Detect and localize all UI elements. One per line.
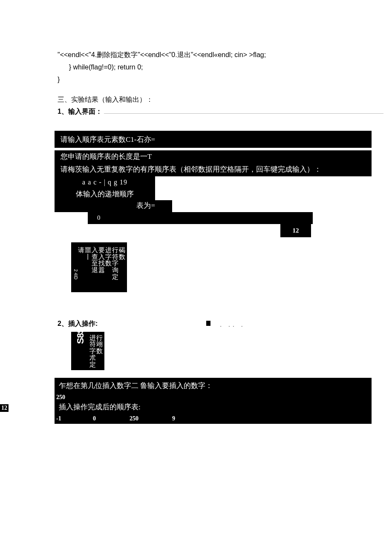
code-line: } while(flag!=0); return 0; [58, 61, 383, 74]
underline [104, 106, 383, 114]
result-cell: 250 [130, 414, 172, 423]
menu-col: 噩丨 [85, 247, 91, 260]
console-menu-block: 2 4ID 请 噩丨 入查至退 要入找囂 进字数 行符字询定 碣数 [71, 242, 127, 292]
code-line: } [58, 74, 383, 86]
console-line: 您申请的顺序表的长度是一T [55, 150, 372, 163]
menu-s8s: S8S [75, 334, 85, 344]
menu-col: 行符字询定 [112, 247, 118, 280]
margin-badge-12: 12 [0, 404, 9, 412]
menu-col: 行翊数 [96, 334, 103, 354]
section-3-sub2: 2、插入操作: [58, 319, 98, 328]
console-value-twelve: 12 [280, 224, 311, 237]
console-line: 乍想在第几位插入数字二 鲁输入要插入的数字： [55, 378, 372, 392]
section-3-sub1: 1、输入界面： [58, 107, 102, 116]
code-line: "<<endl<<"4.删除指定数字"<<endl<<"0.退出"<<endl«… [58, 49, 383, 61]
console-menu-block-2: S8S 进符字朮定 行翊数 [71, 332, 104, 371]
console-line: 体输入的递增顺序 [55, 189, 155, 200]
result-cell: 9 [172, 414, 198, 423]
menu-col: 要入找囂 [98, 247, 105, 273]
result-cell: -1 [56, 414, 93, 423]
menu-col: 请 [78, 247, 84, 260]
console-screenshot-1: 请输入顺序表元素数C1-石亦= 您申请的顺序表的长度是一T 请梅茨输入无重复教字… [9, 131, 383, 292]
console-value: 250 [55, 393, 372, 402]
result-cell: 0 [93, 414, 130, 423]
menu-col: 碣数 [119, 247, 125, 260]
menu-col: 入查至退 [92, 247, 98, 273]
console-line: 请梅茨输入无重复教字的有序顺序表（相邻数据用空格隔开，回车犍完成输入）： [55, 163, 372, 176]
console-line: 插入操作完成后的顺序表: [55, 402, 372, 414]
code-block: "<<endl<<"4.删除指定数字"<<endl<<"0.退出"<<endl«… [58, 49, 383, 86]
menu-col: 进字数 [105, 247, 112, 267]
section-3-title: 三、实验结果（输入和输出）： [58, 93, 383, 106]
decoration-dots: . .. . [206, 321, 245, 328]
menu-side-digits: 2 4ID [73, 269, 78, 280]
console-insert-block: 乍想在第几位插入数字二 鲁输入要插入的数字： 250 插入操作完成后的顺序表: … [9, 378, 383, 424]
console-line: 请输入顺序表元素数C1-石亦= [55, 131, 372, 148]
menu-col: 进符字朮定 [89, 334, 96, 368]
console-line: 表为= [55, 200, 172, 212]
console-value-zero: 0 [88, 212, 313, 224]
console-result-row: -1 0 250 9 [55, 414, 372, 424]
console-values: a a c - | q g 19 [55, 176, 155, 189]
